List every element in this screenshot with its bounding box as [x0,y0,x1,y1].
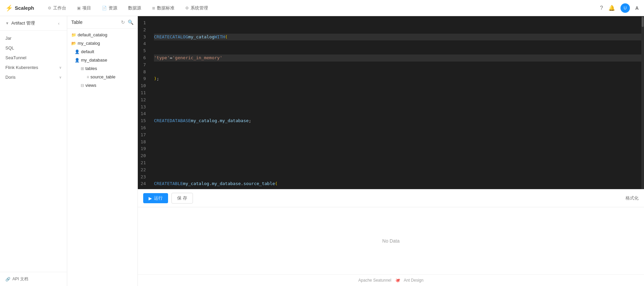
ln-10: 10 [138,82,149,90]
nav-item-system[interactable]: ⚙ 系统管理 [180,0,213,16]
code-editor[interactable]: 1 2 3 4 5 6 7 8 9 10 11 12 13 14 15 16 1 [138,16,644,189]
sidebar-item-seatunnel[interactable]: SeaTunnel [0,53,67,63]
ln-4: 4 [138,40,149,47]
main-layout: ▼ Artifact 管理 ‹ Jar SQL SeaTunnel Flink … [0,16,644,286]
tree-node-my-database[interactable]: 👤 my_database [67,56,137,64]
ln-12: 12 [138,97,149,104]
nav-label-project: 项目 [82,5,91,11]
ln-18: 18 [138,139,149,146]
workspace-icon: ⚙ [48,6,51,10]
my-database-label: my_database [81,58,135,63]
tree-node-source-table[interactable]: ≡ source_table [67,73,137,81]
doris-expand-icon: ∨ [59,75,62,79]
result-area: No Data [138,207,644,274]
ln-5: 5 [138,47,149,55]
sidebar-group-doris-header[interactable]: Doris ∨ [0,72,67,82]
page-footer: Apache Seatunnel 🐙 Ant Design [138,274,644,286]
nav-label-system: 系统管理 [191,5,208,11]
sidebar-item-jar[interactable]: Jar [0,33,67,43]
seatunnel-label: SeaTunnel [5,55,26,60]
sidebar-item-sql[interactable]: SQL [0,43,67,53]
bell-icon[interactable]: 🔔 [608,5,615,11]
api-doc-link[interactable]: 🔗 API 文档 [5,276,62,282]
ln-21: 21 [138,159,149,167]
code-line-5: CREATE DATABASE my_catalog.my_database; [154,117,644,124]
code-line-1: CREATE CATALOG my_catalog WITH ( [154,34,644,41]
ln-8: 8 [138,69,149,76]
project-icon: ▣ [77,6,81,10]
tree-body: 📁 default_catalog 📂 my_catalog 👤 default… [67,29,137,286]
ln-3: 3 [138,34,149,41]
tree-refresh-btn[interactable]: ↻ [121,20,125,25]
nav-label-data-standard: 数据标准 [157,5,174,11]
tree-node-default-catalog[interactable]: 📁 default_catalog [67,31,137,39]
editor-area: 1 2 3 4 5 6 7 8 9 10 11 12 13 14 15 16 1 [138,16,644,207]
nav-items: ⚙ 工作台 ▣ 项目 📄 资源 数据源 ≣ 数据标准 ⚙ 系统管理 [42,0,600,16]
code-content[interactable]: CREATE CATALOG my_catalog WITH ( 'type' … [151,16,644,189]
default-catalog-label: default_catalog [78,32,135,37]
code-line-8: CREATE TABLE my_catalog.my_database.sour… [154,180,644,187]
ln-19: 19 [138,145,149,152]
footer-separator: 🐙 [395,278,400,283]
ln-2: 2 [138,27,149,34]
api-doc-icon: 🔗 [5,277,10,282]
vertical-scrollbar[interactable] [641,16,644,189]
resource-icon: 📄 [102,6,107,10]
views-icon: ⊟ [81,83,84,88]
flink-group-left: Flink Kuberentes [5,65,38,70]
save-button[interactable]: 保 存 [171,193,193,204]
translate-icon[interactable]: A [635,5,639,11]
top-nav: ⚡ Scaleph ⚙ 工作台 ▣ 项目 📄 资源 数据源 ≣ 数据标准 ⚙ 系… [0,0,644,16]
nav-item-datasource[interactable]: 数据源 [123,0,147,16]
tree-node-views[interactable]: ⊟ views [67,81,137,90]
run-icon: ▶ [149,196,152,201]
user-avatar[interactable]: U [620,3,630,13]
my-catalog-label: my_catalog [78,41,135,46]
run-button[interactable]: ▶ 运行 [143,193,168,203]
format-label: 格式化 [626,195,639,201]
nav-item-data-standard[interactable]: ≣ 数据标准 [147,0,180,16]
sidebar-header: ▼ Artifact 管理 ‹ [0,16,67,31]
format-button[interactable]: 格式化 [626,195,639,201]
nav-item-project[interactable]: ▣ 项目 [72,0,96,16]
tree-node-default[interactable]: 👤 default [67,47,137,56]
flink-group-label: Flink Kuberentes [5,65,38,70]
code-line-4 [154,97,644,104]
default-label: default [81,49,135,54]
help-icon[interactable]: ? [600,5,603,11]
save-label: 保 存 [177,195,187,201]
app-logo[interactable]: ⚡ Scaleph [5,4,34,12]
sidebar-group-doris: Doris ∨ [0,72,67,82]
ln-17: 17 [138,132,149,139]
tree-header: Table ↻ 🔍 [67,16,137,29]
artifact-icon: ▼ [5,21,9,25]
tree-node-my-catalog[interactable]: 📂 my_catalog [67,39,137,47]
tables-label: tables [85,66,135,71]
api-doc-label: API 文档 [12,276,28,282]
tree-actions: ↻ 🔍 [121,20,133,25]
ln-16: 16 [138,124,149,132]
tables-icon: ⊞ [81,66,84,71]
database-icon: 👤 [75,58,80,63]
sidebar-collapse-btn[interactable]: ‹ [56,21,62,26]
nav-item-workspace[interactable]: ⚙ 工作台 [42,0,72,16]
ln-6: 6 [138,55,149,62]
footer-right: Ant Design [404,278,424,283]
data-standard-icon: ≣ [152,6,155,10]
tree-search-btn[interactable]: 🔍 [128,20,133,25]
nav-item-resource[interactable]: 📄 资源 [96,0,123,16]
footer-left: Apache Seatunnel [358,278,391,283]
ln-22: 22 [138,167,149,174]
nav-label-datasource: 数据源 [128,5,141,11]
sidebar-group-flink-header[interactable]: Flink Kuberentes ∨ [0,63,67,72]
ln-13: 13 [138,104,149,111]
code-line-7 [154,159,644,167]
logo-icon: ⚡ [5,4,13,12]
folder-open-icon: 📂 [71,41,76,46]
main-content: 1 2 3 4 5 6 7 8 9 10 11 12 13 14 15 16 1 [138,16,644,286]
flink-expand-icon: ∨ [59,66,62,69]
run-label: 运行 [154,195,163,201]
ln-15: 15 [138,117,149,124]
views-label: views [85,83,135,88]
tree-node-tables[interactable]: ⊞ tables [67,64,137,73]
